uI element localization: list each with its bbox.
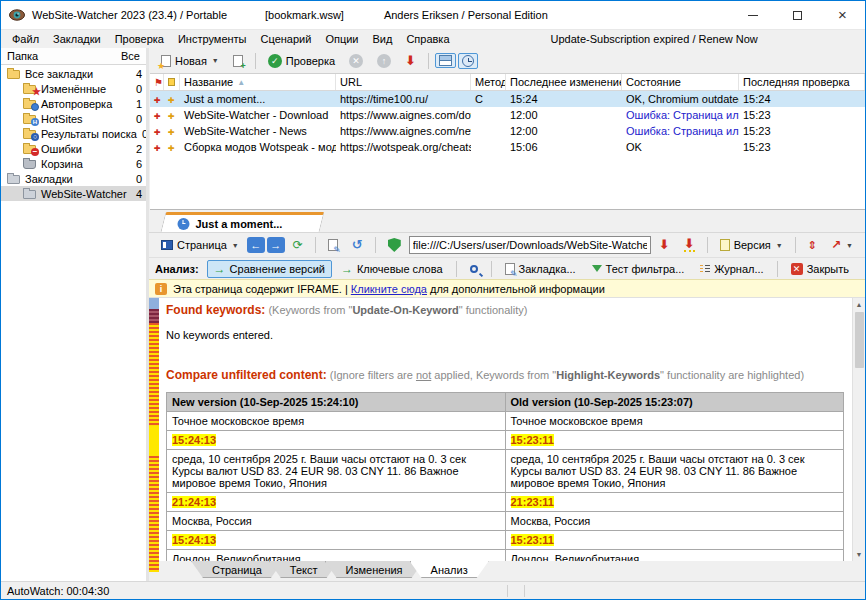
compare-row: 21:24:13 21:23:11 [167,493,844,512]
folder-icon [23,160,36,169]
folder-count: 6 [136,158,142,170]
close-button[interactable]: × [820,1,865,29]
new-bookmark-label: Новая [175,55,207,67]
column-header-url[interactable]: URL [336,74,471,90]
page-mode-button[interactable]: Страница ▼ [155,236,245,254]
folder-tree-item[interactable]: ★ Изменённые 0 [1,81,146,96]
menu-item[interactable]: Проверка [108,30,171,48]
split-view-toggle[interactable] [435,53,456,68]
new-folder-button[interactable]: + [227,52,249,70]
change-minimap[interactable] [149,298,160,561]
forward-button[interactable]: → [267,237,285,253]
check-button[interactable]: ✓ Проверка [262,51,341,71]
menu-item[interactable]: Закладки [46,30,108,48]
new-version-header: New version (10-Sep-2025 15:24:10) [167,393,506,412]
menu-item[interactable]: Сценарий [254,30,319,48]
compare-versions-button[interactable]: → Сравнение версий [207,260,332,278]
autowatch-toggle[interactable] [458,53,478,69]
folder-tree-item[interactable]: H HotSites 0 [1,111,146,126]
bookmark-table-header[interactable]: ⚑ Название▲ URL Метод Последнее изменени… [150,74,865,91]
scrollbar-thumb[interactable] [855,312,864,368]
close-analysis-button[interactable]: ✕ Закрыть [784,260,856,278]
bookmark-row[interactable]: ✚ ✚ WebSite-Watcher - News https://www.a… [150,123,865,139]
folder-tree-item[interactable]: − Ошибки 2 [1,141,146,156]
log-button[interactable]: Журнал... [693,260,770,278]
bookmark-properties-button[interactable]: ✎ Закладка... [498,260,583,278]
minimize-button[interactable] [730,1,775,29]
diagonal-arrow-icon: ↗ [831,238,841,252]
detail-tab-just-a-moment[interactable]: Just a moment... [161,212,325,232]
menu-item[interactable]: Справка [399,30,456,48]
download-version-button[interactable]: ⬇ [653,236,676,254]
stop-check-button[interactable]: ✕ [343,51,369,71]
compare-versions-label: Сравнение версий [230,263,325,275]
bookmark-row[interactable]: ✚ ✚ Сборка модов Wotspeak - модпа... htt… [150,139,865,155]
menu-item[interactable]: Файл [5,30,46,48]
sort-asc-icon: ▲ [237,78,245,87]
download-button[interactable]: ⬇ [399,52,422,70]
folder-badge-icon: ★ [32,88,40,96]
folder-tree-item[interactable]: Корзина 6 [1,156,146,171]
bottom-tab-изменения[interactable]: Изменения [325,561,424,578]
open-external-button[interactable]: ↗▼ [825,235,859,255]
edit-page-button[interactable]: ✎ [322,236,344,254]
bottom-tab-анализ[interactable]: Анализ [410,561,489,578]
folder-icon: ○ [23,130,36,139]
bottom-tab-страница[interactable]: Страница [191,561,283,578]
folder-badge-icon: H [31,118,39,126]
found-keywords-title: Found keywords: [166,303,265,317]
scroll-down-icon[interactable]: ▼ [853,548,865,561]
menu-item[interactable]: Опции [318,30,365,48]
undo-button[interactable]: ↺ [346,236,369,254]
bookmark-last-change: 12:00 [506,125,622,137]
old-version-cell: Москва, Россия [505,512,844,531]
iframe-notice-link[interactable]: Кликните сюда [351,283,427,295]
compare-row: Точное московское время Точное московско… [167,412,844,431]
bookmark-last-check: 15:23 [739,125,865,137]
folder-tree-item[interactable]: WebSite-Watcher 4 [1,186,146,201]
column-header-name[interactable]: Название▲ [180,74,336,90]
folder-tree-item[interactable]: ○ Результаты поиска 0 [1,126,146,141]
security-button[interactable] [382,235,407,255]
column-header-method[interactable]: Метод [471,74,506,90]
folder-tree-item[interactable]: Автопроверка 1 [1,96,146,111]
check-column-icon [168,78,175,86]
compare-row: 15:24:13 15:23:11 [167,531,844,550]
bookmark-table: ⚑ Название▲ URL Метод Последнее изменени… [150,73,865,210]
search-button[interactable] [463,262,485,276]
back-button[interactable]: ← [247,237,265,253]
bookmark-row[interactable]: ✚ ✚ WebSite-Watcher - Download https://w… [150,107,865,123]
filter-test-button[interactable]: Тест фильтра... [585,260,692,278]
folder-count: 0 [142,128,146,140]
menu-item[interactable]: Вид [365,30,399,48]
green-arrow-icon: → [341,264,353,274]
keywords-button[interactable]: → Ключевые слова [334,260,450,278]
folder-tree-item[interactable]: Закладки 0 [1,171,146,186]
column-header-last-change[interactable]: Последнее изменение [506,74,622,90]
resume-check-button[interactable]: ↑ [371,51,397,71]
bookmark-url: https://wotspeak.org/cheats/915-... [336,141,471,153]
version-button[interactable]: Версия ▼ [714,236,789,254]
folder-icon [7,175,20,184]
count-column-header: Все [121,50,140,62]
new-bookmark-button[interactable]: ★ Новая ▼ [155,52,225,70]
compare-sub-bold: Highlight-Keywords [556,369,660,381]
content-scrollbar[interactable]: ▲ ▼ [852,298,865,561]
bookmark-state: OK [622,141,739,153]
subscription-notice[interactable]: Update-Subscription expired / Renew Now [551,33,758,45]
folder-panel-header[interactable]: Папка Все [1,48,146,65]
refresh-button[interactable]: ⟳ [287,236,309,254]
folder-tree-item[interactable]: Все закладки 4 [1,66,146,81]
detail-tab-label: Just a moment... [196,218,283,230]
url-field[interactable] [409,236,651,254]
bookmark-last-change: 15:06 [506,141,622,153]
column-header-last-check[interactable]: Последняя проверка [739,74,865,90]
column-header-state[interactable]: Состояние [622,74,739,90]
scroll-up-icon[interactable]: ▲ [853,298,865,311]
maximize-button[interactable] [775,1,820,29]
bookmark-row[interactable]: ✚ ✚ Just a moment... https://time100.ru/… [150,91,865,107]
download-marked-button[interactable]: ⬇ [678,235,701,255]
expand-collapse-button[interactable]: ⇕ [802,236,823,255]
menu-item[interactable]: Инструменты [171,30,254,48]
autowatch-status: AutoWatch: 00:04:30 [7,585,109,597]
